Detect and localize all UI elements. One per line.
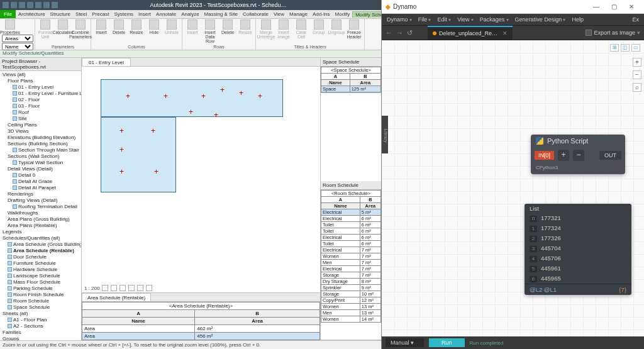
visual-style-icon[interactable] xyxy=(111,285,117,291)
tree-item[interactable]: Families xyxy=(1,330,80,336)
tree-item[interactable]: Legends xyxy=(1,229,80,235)
tree-item[interactable]: Door Schedule xyxy=(1,254,80,260)
nav-home-icon[interactable]: ↺ xyxy=(407,29,413,37)
watch-level[interactable]: @L2 @L1 xyxy=(530,286,557,293)
tree-item[interactable]: Sections (Wall Section) xyxy=(1,153,80,160)
detail-level-icon[interactable] xyxy=(102,285,108,291)
row-delete[interactable]: Delete xyxy=(219,19,236,35)
tree-item[interactable]: Sheets (all) xyxy=(1,311,80,317)
nav-back-icon[interactable]: ← xyxy=(386,29,392,37)
tree-item[interactable]: Area Schedule (Rentable) xyxy=(1,248,80,254)
tree-item[interactable]: Schedules/Quantities (all) xyxy=(1,235,80,241)
shadows-icon[interactable] xyxy=(128,285,135,291)
col-hide[interactable]: Hide xyxy=(146,19,162,35)
tree-item[interactable]: Drafting Views (Detail) xyxy=(1,197,80,204)
room-schedule[interactable]: Room Schedule <Room Schedule> AB NameAre… xyxy=(321,181,381,340)
tab-structure[interactable]: Structure xyxy=(48,11,73,17)
tree-item[interactable]: Hardware Schedule xyxy=(1,267,80,273)
table-row[interactable]: Women13 m² xyxy=(321,304,381,310)
crop-region-icon[interactable] xyxy=(146,285,152,291)
combine-params-button[interactable]: Combine Parameters xyxy=(72,19,89,39)
sunpath-icon[interactable] xyxy=(119,285,126,291)
freeze-header[interactable]: Freeze Header xyxy=(346,19,362,39)
tree-item[interactable]: Elevations (Building Elevation) xyxy=(1,135,80,141)
area-schedule-view[interactable]: Area Schedule (Rentable) <Area Schedule … xyxy=(82,292,320,340)
project-browser-tree[interactable]: Views (all)Floor Plans01 - Entry Level01… xyxy=(0,71,81,340)
table-row[interactable]: Copy/Print12 m² xyxy=(321,297,381,304)
table-row[interactable]: Women7 m² xyxy=(321,253,381,260)
menu-gendesign[interactable]: Generative Design xyxy=(515,16,566,23)
tree-item[interactable]: 02 - Floor xyxy=(1,97,80,103)
python-script-node[interactable]: Python Script IN[0] + − OUT CPython3 xyxy=(531,135,625,174)
dynamo-menubar[interactable]: Dynamo File Edit View Packages Generativ… xyxy=(382,14,644,25)
tree-item[interactable]: Walkthroughs xyxy=(1,210,80,216)
type-category[interactable]: Areas xyxy=(2,35,33,42)
menu-packages[interactable]: Packages xyxy=(480,16,509,23)
table-row[interactable]: Men13 m² xyxy=(321,310,381,316)
tree-item[interactable]: Detail Views (Detail) xyxy=(1,166,80,172)
tree-item[interactable]: Landscape Schedule xyxy=(1,273,80,279)
tree-item[interactable]: Sections (Building Section) xyxy=(1,141,80,147)
qat[interactable] xyxy=(3,2,58,8)
tree-item[interactable]: 03 - Floor xyxy=(1,103,80,109)
area-schedule-tab[interactable]: Area Schedule (Rentable) xyxy=(82,293,151,301)
menu-file[interactable]: File xyxy=(418,16,431,23)
tree-item[interactable]: Floor Plans xyxy=(1,78,80,84)
table-row[interactable]: Electrical5 m² xyxy=(321,209,381,216)
table-row[interactable]: Electrical6 m² xyxy=(321,235,381,241)
3d-view-icon[interactable]: ◫ xyxy=(621,44,630,52)
tree-item[interactable]: 01 - Entry Level xyxy=(1,84,80,91)
tree-item[interactable]: Mass Floor Schedule xyxy=(1,279,80,285)
space-schedule[interactable]: Space Schedule <Space Schedule> AB NameA… xyxy=(321,58,381,93)
tree-item[interactable]: Groups xyxy=(1,336,80,340)
tab-analyze[interactable]: Analyze xyxy=(179,11,201,17)
add-input-button[interactable]: + xyxy=(558,150,569,161)
plan-view[interactable]: + + + + + + + + + + + + + 1 : 200 xyxy=(82,67,320,292)
dynamo-canvas[interactable]: ⊞ ◫ ▭ + − ⌕ Library Python Script IN[0] … xyxy=(382,40,644,336)
table-row[interactable]: Men7 m² xyxy=(321,260,381,266)
area-schedule-table[interactable]: <Area Schedule (Rentable)> AB NameArea A… xyxy=(82,302,320,340)
table-row[interactable]: Storage7 m² xyxy=(321,272,381,279)
tree-item[interactable]: Detail At Grade xyxy=(1,179,80,185)
col-insert[interactable]: Insert xyxy=(93,19,109,35)
view-tabs[interactable]: 01 - Entry Level xyxy=(82,58,320,67)
tree-item[interactable]: Detail 0 xyxy=(1,172,80,179)
tree-item[interactable]: Renderings xyxy=(1,191,80,197)
table-row[interactable]: Storage10 m² xyxy=(321,291,381,297)
tab-addins[interactable]: Add-Ins xyxy=(310,11,333,17)
tree-item[interactable]: Area Plans (Gross Building) xyxy=(1,216,80,223)
zoom-out-icon[interactable]: − xyxy=(633,70,641,79)
node-input-port[interactable]: IN[0] xyxy=(535,151,554,160)
tab-modify[interactable]: Modify xyxy=(333,11,353,17)
properties-button[interactable]: Properties xyxy=(2,19,18,35)
table-row[interactable]: Toilet6 m² xyxy=(321,222,381,228)
dynamo-doc-tab[interactable]: Delete_unplaced_Re… ✕ xyxy=(428,26,513,40)
table-row[interactable]: Electrical7 m² xyxy=(321,247,381,253)
tree-item[interactable]: Ceiling Plans xyxy=(1,122,80,128)
tree-item[interactable]: Area Plans (Rentable) xyxy=(1,223,80,229)
menu-edit[interactable]: Edit xyxy=(438,16,452,23)
table-row[interactable]: Women14 m² xyxy=(321,316,381,323)
crop-icon[interactable] xyxy=(137,285,143,291)
menu-dynamo[interactable]: Dynamo xyxy=(387,16,412,23)
tab-steel[interactable]: Steel xyxy=(73,11,89,17)
ribbon-tabs[interactable]: File Architecture Structure Steel Precas… xyxy=(0,10,381,19)
close-icon[interactable]: ✕ xyxy=(623,3,640,10)
node-output-port[interactable]: OUT xyxy=(599,151,621,160)
tree-item[interactable]: Space Schedule xyxy=(1,304,80,311)
run-mode-select[interactable]: Manual ▾ xyxy=(386,338,424,347)
table-row[interactable]: Electrical7 m² xyxy=(321,266,381,272)
maximize-icon[interactable]: ▢ xyxy=(605,3,623,10)
tree-item[interactable]: Roofing Termination Detail xyxy=(1,204,80,210)
col-delete[interactable]: Delete xyxy=(111,19,127,35)
tree-item[interactable]: Typical Wall Section xyxy=(1,160,80,166)
tab-manage[interactable]: Manage xyxy=(287,11,310,17)
tab-view[interactable]: View xyxy=(271,11,287,17)
minimize-icon[interactable]: — xyxy=(587,3,605,10)
type-name[interactable]: Name xyxy=(2,43,33,50)
project-browser[interactable]: Project Browser - TestScopeboxes.rvt Vie… xyxy=(0,58,82,340)
dynamo-titlebar[interactable]: ◆ Dynamo — ▢ ✕ xyxy=(382,0,644,14)
run-button[interactable]: Run xyxy=(429,338,465,347)
tab-systems[interactable]: Systems xyxy=(111,11,136,17)
toggle-icon[interactable]: ▭ xyxy=(631,44,640,52)
